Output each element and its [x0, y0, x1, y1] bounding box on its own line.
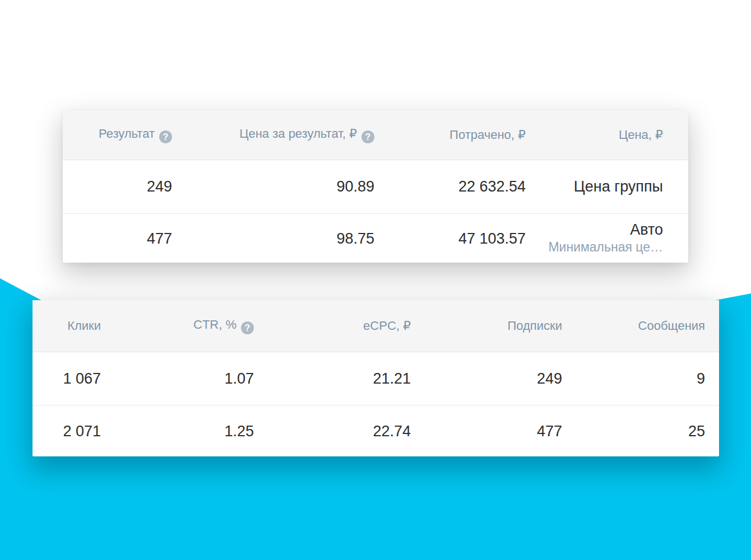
column-header-cost-per-result-label: Цена за результат, ₽	[239, 127, 357, 141]
spent-value: 47 103.57	[374, 214, 526, 264]
results-table: Результат? Цена за результат, ₽? Потраче…	[63, 110, 688, 263]
price-strategy-truncated-label: Минимальная це…	[526, 240, 663, 255]
price-mode-label: Авто	[526, 222, 663, 239]
table-row: 1 067 1.07 21.21 249 9	[33, 352, 719, 405]
help-icon[interactable]: ?	[241, 321, 254, 334]
results-stats-card: Результат? Цена за результат, ₽? Потраче…	[63, 110, 688, 263]
ctr-value: 1.25	[101, 405, 254, 458]
clicks-value: 2 071	[33, 405, 101, 458]
clicks-table: Клики CTR, %? eCPC, ₽ Подписки Сообщения	[33, 300, 719, 457]
column-header-messages-label: Сообщения	[638, 319, 705, 333]
column-header-subscriptions-label: Подписки	[507, 319, 562, 333]
results-table-header-row: Результат? Цена за результат, ₽? Потраче…	[63, 110, 688, 160]
ecpc-value: 22.74	[254, 405, 411, 458]
subscriptions-value: 249	[411, 352, 562, 405]
column-header-clicks: Клики	[33, 300, 101, 352]
clicks-value: 1 067	[33, 352, 101, 405]
result-value: 249	[63, 160, 172, 214]
column-header-cost-per-result: Цена за результат, ₽?	[172, 110, 374, 160]
column-header-ecpc: eCPC, ₽	[254, 300, 411, 352]
help-icon[interactable]: ?	[159, 130, 172, 143]
table-row: 477 98.75 47 103.57 Авто Минимальная це…	[63, 214, 688, 264]
column-header-price: Цена, ₽	[526, 110, 688, 160]
help-icon[interactable]: ?	[361, 130, 374, 143]
cyan-diagonal-background	[0, 0, 751, 560]
column-header-subscriptions: Подписки	[411, 300, 562, 352]
column-header-price-label: Цена, ₽	[619, 128, 663, 142]
column-header-spent: Потрачено, ₽	[374, 110, 526, 160]
column-header-ctr: CTR, %?	[101, 300, 254, 352]
messages-value: 9	[562, 352, 719, 405]
column-header-ecpc-label: eCPC, ₽	[363, 319, 411, 333]
table-row: 249 90.89 22 632.54 Цена группы	[63, 160, 688, 214]
clicks-stats-card: Клики CTR, %? eCPC, ₽ Подписки Сообщения	[33, 300, 719, 456]
column-header-ctr-label: CTR, %	[193, 318, 237, 332]
subscriptions-value: 477	[411, 405, 562, 458]
column-header-clicks-label: Клики	[67, 319, 101, 333]
price-value: Авто Минимальная це…	[526, 214, 688, 264]
column-header-messages: Сообщения	[562, 300, 719, 352]
cost-per-result-value: 98.75	[172, 214, 374, 264]
column-header-spent-label: Потрачено, ₽	[449, 128, 526, 142]
cost-per-result-value: 90.89	[172, 160, 374, 214]
result-value: 477	[63, 214, 172, 264]
clicks-table-header-row: Клики CTR, %? eCPC, ₽ Подписки Сообщения	[33, 300, 719, 352]
table-row: 2 071 1.25 22.74 477 25	[33, 405, 719, 458]
messages-value: 25	[562, 405, 719, 458]
price-value: Цена группы	[526, 160, 688, 214]
column-header-result-label: Результат	[99, 127, 155, 141]
ctr-value: 1.07	[101, 352, 254, 405]
column-header-result: Результат?	[63, 110, 172, 160]
ecpc-value: 21.21	[254, 352, 411, 405]
spent-value: 22 632.54	[374, 160, 526, 214]
page-background: Результат? Цена за результат, ₽? Потраче…	[0, 0, 751, 560]
